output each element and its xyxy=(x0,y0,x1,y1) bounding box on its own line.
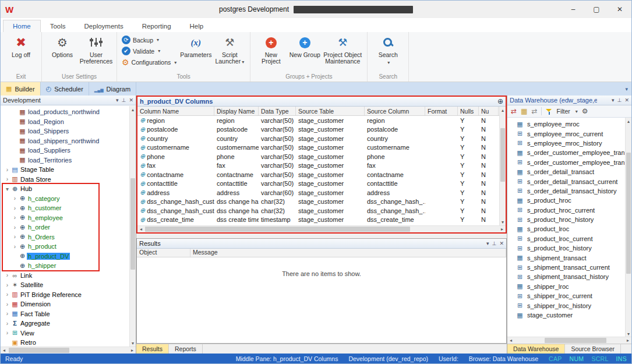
tree-expander-icon[interactable]: › xyxy=(12,234,18,240)
tree-item[interactable]: load_Region xyxy=(1,117,136,127)
column-header[interactable]: Nulls xyxy=(458,107,479,115)
tree-item[interactable]: load_Shippers xyxy=(1,126,136,136)
table-row[interactable]: dss_change_hash_custo... dss change ha..… xyxy=(137,206,499,215)
horizontal-splitter[interactable] xyxy=(136,234,507,238)
panel-close-icon[interactable]: ✕ xyxy=(499,241,504,246)
tree-item[interactable]: › h_employee xyxy=(1,213,136,223)
tree-expander-icon[interactable]: › xyxy=(4,320,10,327)
table-row[interactable]: phone phone varchar(50) stage_customer p… xyxy=(137,152,499,161)
tree-expander-icon[interactable]: ▾ xyxy=(4,186,10,192)
table-row[interactable]: country country varchar(50) stage_custom… xyxy=(137,134,499,143)
results-tab[interactable]: Reports xyxy=(169,344,203,354)
tree-item[interactable]: › PiT Bridge Reference xyxy=(1,290,136,300)
panel-menu-chevron-icon[interactable]: ▾ xyxy=(486,241,489,246)
panel-pin-icon[interactable]: ⊥ xyxy=(122,97,126,103)
filter-chevron-icon[interactable]: ▾ xyxy=(575,109,578,114)
list-item[interactable]: stage_customer xyxy=(516,310,624,320)
tree-item[interactable]: load_products_northwind xyxy=(1,107,136,117)
list-item[interactable]: s_product_lroc_current xyxy=(516,234,624,243)
list-item[interactable]: s_shipper_lroc_history xyxy=(516,301,624,310)
tree-item[interactable]: load_Suppliers xyxy=(1,146,136,156)
view-tab[interactable]: Builder xyxy=(1,82,41,96)
log-off-button[interactable]: ✖ Log off xyxy=(4,33,38,58)
tree-expander-icon[interactable]: › xyxy=(12,214,18,221)
tree-item[interactable]: › h_product xyxy=(1,242,136,252)
filter-icon[interactable] xyxy=(546,108,552,115)
tree-expander-icon[interactable]: › xyxy=(12,224,18,231)
new-group-button[interactable]: + New Group xyxy=(288,33,322,58)
tree-expander-icon[interactable]: › xyxy=(4,291,10,298)
list-item[interactable]: s_order_detail_transact_history xyxy=(516,186,624,196)
browse-source-icon[interactable]: ▦ xyxy=(521,107,527,115)
tree-item[interactable]: › h_customer xyxy=(1,203,136,213)
table-row[interactable]: region region varchar(50) stage_customer… xyxy=(137,116,499,125)
table-row[interactable]: dss_change_hash_custo... dss change ha..… xyxy=(137,197,499,207)
results-column-header[interactable]: Message xyxy=(190,249,506,257)
menu-tab[interactable]: Reporting xyxy=(133,20,181,32)
tree-item[interactable]: h_product_DV xyxy=(1,252,136,261)
list-item[interactable]: s_product_lroc xyxy=(516,224,624,234)
development-vertical-scrollbar[interactable] xyxy=(129,106,136,347)
list-item[interactable]: s_order_detail_transact xyxy=(516,167,624,176)
columns-vertical-scrollbar[interactable] xyxy=(499,107,506,225)
tree-item[interactable]: h_shipper xyxy=(1,261,136,271)
list-item[interactable]: s_employee_mroc_current xyxy=(516,129,624,138)
tree-item[interactable]: › Link xyxy=(1,271,136,281)
tree-expander-icon[interactable]: › xyxy=(4,301,10,308)
tree-item[interactable]: › Satellite xyxy=(1,280,136,290)
view-tab[interactable]: Scheduler xyxy=(41,82,89,96)
configurations-button[interactable]: ⚙ Configurations ▾ xyxy=(122,58,176,67)
parameters-button[interactable]: (x) Parameters xyxy=(179,33,213,58)
script-launcher-button[interactable]: ⚒ Script Launcher▾ xyxy=(213,33,246,65)
list-item[interactable]: s_shipper_lroc_current xyxy=(516,291,624,301)
results-tab[interactable]: Results xyxy=(136,344,169,354)
tree-item[interactable]: › View xyxy=(1,328,136,338)
table-row[interactable]: address address varchar(60) stage_custom… xyxy=(137,188,499,197)
maximize-button[interactable]: ▢ xyxy=(585,1,608,18)
menu-tab[interactable]: Help xyxy=(181,20,213,32)
minimize-button[interactable]: – xyxy=(562,1,585,18)
column-header[interactable]: Source Column xyxy=(365,107,425,115)
list-item[interactable]: s_product_hroc_history xyxy=(516,215,624,224)
filter-label[interactable]: Filter xyxy=(556,108,570,115)
tree-expander-icon[interactable]: › xyxy=(12,205,18,211)
tree-item[interactable]: › h_order xyxy=(1,222,136,232)
list-item[interactable]: s_order_detail_transact_current xyxy=(516,176,624,186)
user-preferences-button[interactable]: User Preferences xyxy=(79,33,113,65)
tree-item[interactable]: › Aggregate xyxy=(1,319,136,328)
view-tab[interactable]: Diagram xyxy=(89,82,136,96)
project-object-maintenance-button[interactable]: ⚒ Project Object Maintenance xyxy=(322,33,363,65)
tree-item[interactable]: › Fact Table xyxy=(1,309,136,319)
tree-item[interactable]: load_Territories xyxy=(1,156,136,165)
browser-vertical-scrollbar[interactable] xyxy=(625,118,631,337)
tree-expander-icon[interactable]: › xyxy=(4,330,10,336)
development-horizontal-scrollbar[interactable] xyxy=(1,347,136,354)
table-row[interactable]: postalcode postalcode varchar(50) stage_… xyxy=(137,125,499,135)
tree-item[interactable]: load_shippers_northwind xyxy=(1,136,136,146)
browser-tab[interactable]: Source Browser xyxy=(565,344,621,354)
column-header[interactable]: Display Name xyxy=(214,107,259,115)
list-item[interactable]: s_employee_mroc_history xyxy=(516,139,624,148)
menu-tab[interactable]: Deployments xyxy=(75,20,133,32)
tree-item[interactable]: › Stage Table xyxy=(1,165,136,175)
table-row[interactable]: dss_create_time dss create time timestam… xyxy=(137,215,499,225)
tree-expander-icon[interactable]: › xyxy=(4,167,10,173)
tree-expander-icon[interactable]: › xyxy=(4,272,10,278)
tree-expander-icon[interactable]: › xyxy=(4,176,10,182)
column-header[interactable]: Source Table xyxy=(296,107,365,115)
column-header[interactable]: Nu xyxy=(479,107,499,115)
new-project-button[interactable]: + New Project xyxy=(254,33,288,65)
menu-tab[interactable]: Home xyxy=(3,20,41,32)
tree-expander-icon[interactable]: › xyxy=(12,195,18,202)
search-button[interactable]: Search ▾ xyxy=(371,33,405,65)
browser-tab[interactable]: Data Warehouse xyxy=(507,344,565,354)
list-item[interactable]: s_product_lroc_history xyxy=(516,243,624,253)
backup-button[interactable]: ⟳ Backup ▾ xyxy=(122,36,176,44)
column-header[interactable]: Data Type xyxy=(259,107,296,115)
list-item[interactable]: s_order_customer_employee_tran xyxy=(516,148,624,157)
menu-tab[interactable]: Tools xyxy=(41,20,75,32)
options-button[interactable]: ⚙ Options xyxy=(45,33,79,58)
panel-close-icon[interactable]: ✕ xyxy=(624,97,629,103)
list-item[interactable]: s_shipment_transact_history xyxy=(516,272,624,281)
tree-item[interactable]: ▾ Hub xyxy=(1,184,136,194)
